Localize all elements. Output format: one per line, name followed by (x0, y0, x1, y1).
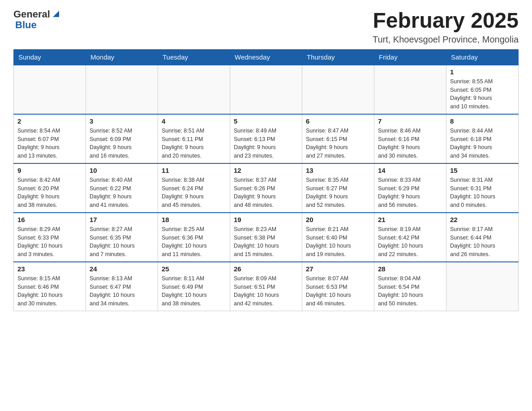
calendar-cell (302, 65, 374, 114)
month-title: February 2025 (373, 9, 519, 33)
day-number: 24 (90, 265, 154, 273)
calendar-cell: 4Sunrise: 8:51 AM Sunset: 6:11 PM Daylig… (158, 114, 230, 163)
calendar-cell: 3Sunrise: 8:52 AM Sunset: 6:09 PM Daylig… (86, 114, 158, 163)
title-section: February 2025 Turt, Khoevsgoel Province,… (373, 9, 519, 45)
day-number: 9 (17, 167, 82, 174)
day-number: 3 (90, 117, 154, 125)
day-number: 11 (162, 167, 226, 174)
day-info: Sunrise: 8:17 AM Sunset: 6:44 PM Dayligh… (450, 225, 515, 259)
day-number: 14 (378, 167, 442, 174)
calendar-cell: 7Sunrise: 8:46 AM Sunset: 6:16 PM Daylig… (374, 114, 446, 163)
calendar-cell: 20Sunrise: 8:21 AM Sunset: 6:40 PM Dayli… (302, 213, 374, 262)
day-info: Sunrise: 8:55 AM Sunset: 6:05 PM Dayligh… (450, 77, 515, 111)
weekday-header-monday: Monday (86, 49, 158, 65)
calendar-table: SundayMondayTuesdayWednesdayThursdayFrid… (13, 49, 519, 311)
calendar-cell: 23Sunrise: 8:15 AM Sunset: 6:46 PM Dayli… (14, 262, 86, 311)
calendar-cell: 11Sunrise: 8:38 AM Sunset: 6:24 PM Dayli… (158, 163, 230, 213)
day-info: Sunrise: 8:29 AM Sunset: 6:33 PM Dayligh… (17, 225, 82, 259)
calendar-cell: 6Sunrise: 8:47 AM Sunset: 6:15 PM Daylig… (302, 114, 374, 163)
day-info: Sunrise: 8:37 AM Sunset: 6:26 PM Dayligh… (234, 176, 298, 210)
day-info: Sunrise: 8:09 AM Sunset: 6:51 PM Dayligh… (234, 274, 298, 308)
day-number: 27 (306, 265, 370, 273)
day-info: Sunrise: 8:42 AM Sunset: 6:20 PM Dayligh… (17, 176, 82, 210)
calendar-cell: 15Sunrise: 8:31 AM Sunset: 6:31 PM Dayli… (446, 163, 519, 213)
calendar-cell: 21Sunrise: 8:19 AM Sunset: 6:42 PM Dayli… (374, 213, 446, 262)
svg-marker-0 (53, 11, 59, 17)
day-number: 18 (162, 216, 226, 223)
day-info: Sunrise: 8:11 AM Sunset: 6:49 PM Dayligh… (162, 274, 226, 308)
day-info: Sunrise: 8:31 AM Sunset: 6:31 PM Dayligh… (450, 176, 515, 210)
calendar-cell: 14Sunrise: 8:33 AM Sunset: 6:29 PM Dayli… (374, 163, 446, 213)
week-row-5: 23Sunrise: 8:15 AM Sunset: 6:46 PM Dayli… (14, 262, 519, 311)
page-header: General Blue February 2025 Turt, Khoevsg… (13, 9, 519, 45)
calendar-cell (446, 262, 519, 311)
weekday-header-saturday: Saturday (446, 49, 519, 65)
calendar-cell: 27Sunrise: 8:07 AM Sunset: 6:53 PM Dayli… (302, 262, 374, 311)
day-number: 23 (17, 265, 82, 273)
day-info: Sunrise: 8:52 AM Sunset: 6:09 PM Dayligh… (90, 127, 154, 160)
day-info: Sunrise: 8:23 AM Sunset: 6:38 PM Dayligh… (234, 225, 298, 259)
day-number: 13 (306, 167, 370, 174)
day-info: Sunrise: 8:35 AM Sunset: 6:27 PM Dayligh… (306, 176, 370, 210)
day-number: 28 (378, 265, 442, 273)
logo: General Blue (13, 9, 61, 30)
weekday-header-row: SundayMondayTuesdayWednesdayThursdayFrid… (14, 49, 519, 65)
week-row-1: 1Sunrise: 8:55 AM Sunset: 6:05 PM Daylig… (14, 65, 519, 114)
location-title: Turt, Khoevsgoel Province, Mongolia (373, 34, 519, 45)
week-row-4: 16Sunrise: 8:29 AM Sunset: 6:33 PM Dayli… (14, 213, 519, 262)
day-info: Sunrise: 8:47 AM Sunset: 6:15 PM Dayligh… (306, 127, 370, 160)
calendar-cell: 22Sunrise: 8:17 AM Sunset: 6:44 PM Dayli… (446, 213, 519, 262)
calendar-cell: 25Sunrise: 8:11 AM Sunset: 6:49 PM Dayli… (158, 262, 230, 311)
day-info: Sunrise: 8:46 AM Sunset: 6:16 PM Dayligh… (378, 127, 442, 160)
day-number: 16 (17, 216, 82, 223)
day-info: Sunrise: 8:27 AM Sunset: 6:35 PM Dayligh… (90, 225, 154, 259)
weekday-header-sunday: Sunday (14, 49, 86, 65)
logo-general: General (13, 9, 50, 20)
day-info: Sunrise: 8:51 AM Sunset: 6:11 PM Dayligh… (162, 127, 226, 160)
day-number: 10 (90, 167, 154, 174)
day-number: 7 (378, 117, 442, 125)
calendar-cell: 1Sunrise: 8:55 AM Sunset: 6:05 PM Daylig… (446, 65, 519, 114)
day-info: Sunrise: 8:40 AM Sunset: 6:22 PM Dayligh… (90, 176, 154, 210)
calendar-cell: 26Sunrise: 8:09 AM Sunset: 6:51 PM Dayli… (230, 262, 302, 311)
day-number: 17 (90, 216, 154, 223)
day-number: 4 (162, 117, 226, 125)
calendar-cell (86, 65, 158, 114)
day-number: 25 (162, 265, 226, 273)
calendar-cell (230, 65, 302, 114)
day-info: Sunrise: 8:21 AM Sunset: 6:40 PM Dayligh… (306, 225, 370, 259)
day-info: Sunrise: 8:25 AM Sunset: 6:36 PM Dayligh… (162, 225, 226, 259)
day-number: 6 (306, 117, 370, 125)
calendar-cell: 24Sunrise: 8:13 AM Sunset: 6:47 PM Dayli… (86, 262, 158, 311)
calendar-cell: 18Sunrise: 8:25 AM Sunset: 6:36 PM Dayli… (158, 213, 230, 262)
day-info: Sunrise: 8:07 AM Sunset: 6:53 PM Dayligh… (306, 274, 370, 308)
calendar-cell (14, 65, 86, 114)
weekday-header-wednesday: Wednesday (230, 49, 302, 65)
day-info: Sunrise: 8:44 AM Sunset: 6:18 PM Dayligh… (450, 127, 515, 160)
day-info: Sunrise: 8:33 AM Sunset: 6:29 PM Dayligh… (378, 176, 442, 210)
day-number: 5 (234, 117, 298, 125)
day-number: 20 (306, 216, 370, 223)
day-number: 8 (450, 117, 515, 125)
calendar-cell: 28Sunrise: 8:04 AM Sunset: 6:54 PM Dayli… (374, 262, 446, 311)
day-info: Sunrise: 8:49 AM Sunset: 6:13 PM Dayligh… (234, 127, 298, 160)
day-number: 2 (17, 117, 82, 125)
weekday-header-thursday: Thursday (302, 49, 374, 65)
day-info: Sunrise: 8:15 AM Sunset: 6:46 PM Dayligh… (17, 274, 82, 308)
calendar-cell: 5Sunrise: 8:49 AM Sunset: 6:13 PM Daylig… (230, 114, 302, 163)
logo-blue: Blue (15, 20, 37, 30)
day-number: 22 (450, 216, 515, 223)
calendar-cell (374, 65, 446, 114)
day-number: 1 (450, 68, 515, 76)
day-number: 15 (450, 167, 515, 174)
day-info: Sunrise: 8:54 AM Sunset: 6:07 PM Dayligh… (17, 127, 82, 160)
day-number: 12 (234, 167, 298, 174)
calendar-cell: 17Sunrise: 8:27 AM Sunset: 6:35 PM Dayli… (86, 213, 158, 262)
calendar-cell: 8Sunrise: 8:44 AM Sunset: 6:18 PM Daylig… (446, 114, 519, 163)
calendar-cell: 2Sunrise: 8:54 AM Sunset: 6:07 PM Daylig… (14, 114, 86, 163)
week-row-2: 2Sunrise: 8:54 AM Sunset: 6:07 PM Daylig… (14, 114, 519, 163)
calendar-cell: 16Sunrise: 8:29 AM Sunset: 6:33 PM Dayli… (14, 213, 86, 262)
calendar-cell: 10Sunrise: 8:40 AM Sunset: 6:22 PM Dayli… (86, 163, 158, 213)
weekday-header-tuesday: Tuesday (158, 49, 230, 65)
calendar-cell: 19Sunrise: 8:23 AM Sunset: 6:38 PM Dayli… (230, 213, 302, 262)
